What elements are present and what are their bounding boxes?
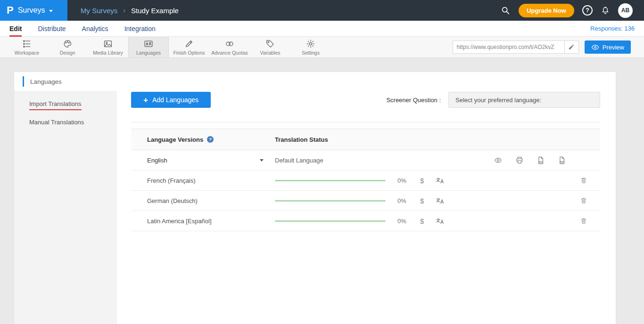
- languages-sidebar: Languages Import Translations Manual Tra…: [14, 72, 117, 324]
- column-language-versions: Language Versions ?: [131, 136, 275, 143]
- delete-language-button[interactable]: [580, 196, 587, 205]
- delete-language-button[interactable]: [580, 217, 587, 225]
- translation-progress-bar: [275, 180, 386, 181]
- language-name: Latin America [Español]: [147, 218, 212, 225]
- add-languages-label: Add Languages: [152, 96, 198, 104]
- table-row-french: French (Français) 0% $: [131, 170, 600, 191]
- auto-translate-button[interactable]: [435, 177, 445, 185]
- search-button[interactable]: [500, 5, 511, 16]
- translation-percent: 0%: [397, 197, 410, 204]
- preview-button[interactable]: Preview: [585, 40, 631, 54]
- delete-language-button[interactable]: [580, 176, 587, 185]
- language-name: French (Français): [147, 177, 196, 184]
- toolbar-item-media-library[interactable]: Media Library: [88, 37, 128, 57]
- surveys-product-menu[interactable]: P Surveys: [0, 0, 67, 21]
- translate-icon: [435, 217, 445, 225]
- breadcrumb-separator: ›: [123, 7, 125, 14]
- table-row-default-language: English Default Language D: [131, 150, 600, 170]
- toolbar-label: Finish Options: [173, 50, 205, 56]
- chevron-down-icon: [49, 10, 53, 12]
- tab-edit[interactable]: Edit: [9, 21, 22, 37]
- table-header: Language Versions ? Translation Status: [131, 129, 600, 150]
- paid-translation-icon[interactable]: $: [420, 177, 424, 185]
- search-icon: [500, 5, 511, 16]
- translate-icon: [435, 177, 445, 185]
- default-language-dropdown[interactable]: English: [131, 157, 275, 164]
- default-language-status: Default Language: [275, 157, 323, 164]
- variables-tag-icon: [265, 39, 275, 49]
- manual-translations-label: Manual Translations: [29, 119, 84, 126]
- sidebar-item-languages[interactable]: Languages: [14, 72, 117, 91]
- add-languages-button[interactable]: + Add Languages: [131, 92, 211, 108]
- toolbar-item-finish-options[interactable]: Finish Options: [169, 37, 209, 57]
- screener-question-label: Screener Question :: [386, 97, 441, 104]
- notifications-button[interactable]: [601, 6, 610, 15]
- breadcrumb-my-surveys[interactable]: My Surveys: [81, 7, 117, 15]
- panel-divider: [131, 122, 600, 122]
- survey-url-box: [453, 40, 579, 54]
- sidebar-item-manual-translations[interactable]: Manual Translations: [14, 113, 117, 131]
- export-doc-icon[interactable]: DOC: [537, 156, 545, 165]
- help-button[interactable]: ?: [582, 5, 593, 16]
- advance-quotas-links-icon: [225, 39, 234, 49]
- default-language-name: English: [147, 157, 167, 164]
- edit-url-button[interactable]: [564, 41, 578, 53]
- bell-icon: [601, 6, 610, 15]
- view-eye-icon[interactable]: [494, 156, 503, 164]
- translation-percent: 0%: [397, 177, 410, 184]
- toolbar-label: Settings: [302, 50, 320, 56]
- page-content: Languages Import Translations Manual Tra…: [0, 58, 644, 324]
- default-language-status-cell: Default Language DOC: [275, 156, 600, 165]
- sidebar-languages-label: Languages: [30, 78, 62, 85]
- table-row-latin-america: Latin America [Español] 0% $: [131, 211, 600, 231]
- sidebar-item-import-translations[interactable]: Import Translations: [14, 95, 117, 113]
- design-palette-icon: [63, 39, 72, 49]
- screener-question-select[interactable]: Select your preferred language:: [448, 92, 600, 108]
- auto-translate-button[interactable]: [435, 217, 445, 225]
- paid-translation-icon[interactable]: $: [420, 197, 424, 205]
- toolbar-label: Workspace: [15, 50, 39, 56]
- toolbar-item-advance-quotas[interactable]: Advance Quotas: [209, 37, 250, 57]
- export-pdf-icon[interactable]: PDF: [558, 156, 566, 165]
- paid-translation-icon[interactable]: $: [420, 217, 424, 225]
- question-mark-icon: ?: [209, 137, 212, 142]
- settings-gear-icon: [306, 39, 315, 49]
- help-tooltip-button[interactable]: ?: [207, 136, 214, 143]
- languages-panel: + Add Languages Screener Question : Sele…: [117, 72, 616, 324]
- languages-icon: [144, 39, 153, 49]
- translation-progress-bar: [275, 220, 386, 222]
- toolbar-label: Advance Quotas: [211, 50, 248, 56]
- auto-translate-button[interactable]: [435, 197, 445, 205]
- screener-selected-value: Select your preferred language:: [455, 97, 541, 104]
- survey-url-input[interactable]: [453, 44, 564, 50]
- toolbar-item-settings[interactable]: Settings: [290, 37, 331, 57]
- toolbar-item-languages[interactable]: Languages: [128, 37, 169, 57]
- toolbar-right: Preview: [453, 37, 644, 57]
- topbar-actions: Upgrade Now ? AB: [500, 3, 644, 18]
- tab-analytics[interactable]: Analytics: [82, 21, 108, 37]
- languages-card: Languages Import Translations Manual Tra…: [14, 72, 616, 324]
- tab-integration[interactable]: Integration: [124, 21, 156, 37]
- pencil-icon: [568, 44, 575, 50]
- media-library-icon: [103, 39, 113, 49]
- finish-options-pen-icon: [184, 39, 194, 49]
- toolbar-item-workspace[interactable]: Workspace: [7, 37, 47, 57]
- preview-label: Preview: [603, 44, 624, 51]
- translation-percent: 0%: [397, 218, 410, 225]
- toolbar-item-variables[interactable]: Variables: [250, 37, 290, 57]
- user-avatar[interactable]: AB: [618, 3, 633, 18]
- upgrade-now-button[interactable]: Upgrade Now: [519, 4, 574, 17]
- toolbar-item-design[interactable]: Design: [47, 37, 88, 57]
- responses-count-link[interactable]: Responses: 136: [590, 25, 635, 32]
- survey-subnav: Edit Distribute Analytics Integration Re…: [0, 21, 644, 37]
- language-name: German (Deutsch): [147, 197, 198, 204]
- toolbar-label: Media Library: [93, 50, 123, 56]
- plus-icon: +: [143, 96, 148, 104]
- print-icon[interactable]: [515, 156, 524, 164]
- pdf-text: PDF: [560, 161, 564, 163]
- toolbar-label: Variables: [260, 50, 281, 56]
- language-status-cell: 0% $: [275, 176, 600, 185]
- tab-distribute[interactable]: Distribute: [38, 21, 66, 37]
- language-name-cell: Latin America [Español]: [131, 218, 275, 225]
- questionpro-logo: P: [7, 5, 14, 16]
